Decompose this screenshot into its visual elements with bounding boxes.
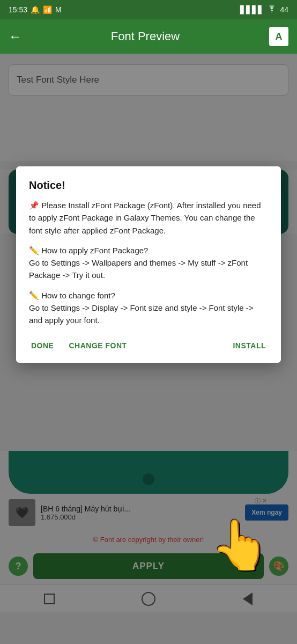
battery-display: 44 <box>280 5 288 14</box>
dialog-title: Notice! <box>29 179 268 192</box>
notice-dialog: Notice! 📌 Please Install zFont Package (… <box>16 166 281 363</box>
dialog-para3: ✏️ How to change font? Go to Settings ->… <box>29 289 268 327</box>
mail-icon: M <box>55 5 62 14</box>
back-button[interactable]: ← <box>9 29 21 44</box>
font-size-button[interactable]: A <box>269 27 288 46</box>
change-font-button[interactable]: CHANGE FONT <box>66 337 129 354</box>
cursor-hand: 👆 <box>210 521 270 569</box>
status-bar: 15:53 🔔 📶 M ▋▋▋▋ 44 <box>0 0 297 19</box>
page-title: Font Preview <box>111 30 180 43</box>
dialog-actions: DONE CHANGE FONT INSTALL <box>29 337 268 354</box>
time-display: 15:53 <box>9 5 27 14</box>
done-button[interactable]: DONE <box>29 337 56 354</box>
signal-icon: ▋▋▋▋ <box>240 5 264 14</box>
dialog-para1: 📌 Please Install zFont Package (zFont). … <box>29 199 268 237</box>
alarm-icon: 🔔 <box>31 5 40 14</box>
dialog-para2: ✏️ How to apply zFont Package? Go to Set… <box>29 244 268 282</box>
top-bar: ← Font Preview A <box>0 19 297 54</box>
install-button[interactable]: INSTALL <box>231 337 268 354</box>
dialog-body: 📌 Please Install zFont Package (zFont). … <box>29 199 268 326</box>
wifi-icon <box>267 5 277 14</box>
sim-icon: 📶 <box>43 5 52 14</box>
status-right: ▋▋▋▋ 44 <box>240 5 288 14</box>
status-left: 15:53 🔔 📶 M <box>9 5 62 14</box>
